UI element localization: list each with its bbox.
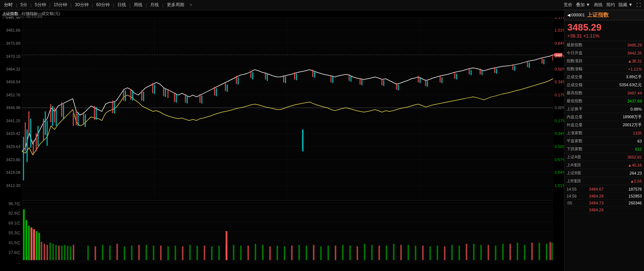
- btn-yincang[interactable]: 隐藏 ▼: [617, 1, 635, 9]
- toolbar: 分时 | 5分 | 5分钟 | 15分钟 | 30分钟 | 60分钟 | 日线 …: [0, 0, 644, 10]
- info-label: 指数涨幅: [564, 65, 599, 73]
- period-more[interactable]: 更多周期: [164, 1, 187, 9]
- info-value: ▲38.31: [599, 57, 644, 65]
- tick-time: :05: [564, 200, 587, 207]
- svg-rect-207: [153, 246, 154, 260]
- period-5min[interactable]: 5分钟: [32, 1, 49, 9]
- info-value: 612: [599, 145, 644, 153]
- svg-rect-168: [44, 244, 45, 260]
- svg-rect-81: [349, 75, 350, 81]
- svg-rect-234: [451, 245, 453, 260]
- svg-rect-119: [227, 84, 228, 92]
- svg-rect-109: [114, 102, 115, 113]
- svg-rect-169: [47, 245, 48, 260]
- svg-rect-243: [546, 244, 547, 260]
- svg-rect-241: [524, 245, 526, 260]
- tick-time: 14:56: [564, 193, 587, 200]
- svg-rect-127: [350, 76, 351, 82]
- info-value: 3442.35: [599, 49, 644, 57]
- period-15min[interactable]: 15分钟: [51, 1, 70, 9]
- info-label: 下跌家数: [564, 145, 599, 153]
- svg-rect-224: [342, 245, 343, 260]
- svg-rect-239: [502, 244, 504, 260]
- period-monthly[interactable]: 月线: [148, 1, 161, 9]
- svg-rect-120: [238, 77, 239, 85]
- svg-rect-182: [313, 245, 314, 260]
- svg-text:3441.20: 3441.20: [6, 119, 20, 123]
- svg-rect-82: [359, 78, 361, 85]
- subtitle-indicator: 行情指标: [22, 11, 38, 16]
- svg-rect-219: [284, 246, 285, 260]
- svg-rect-56: [43, 119, 44, 140]
- tick-time: 14:55: [564, 186, 587, 193]
- svg-rect-67: [152, 83, 153, 93]
- chart-canvas[interactable]: 3487.44 3481.66 3475.88 3470.10 3464.32 …: [0, 17, 564, 271]
- chart-subtitle: 上证指数 行情指标 成交额(元): [0, 10, 564, 17]
- svg-rect-190: [488, 245, 489, 260]
- period-30min[interactable]: 30分钟: [72, 1, 91, 9]
- svg-rect-115: [176, 94, 177, 103]
- svg-rect-132: [427, 81, 428, 87]
- svg-text:0.84%: 0.84%: [555, 170, 564, 175]
- btn-jingji[interactable]: 竞价: [562, 1, 574, 9]
- svg-rect-142: [47, 120, 48, 146]
- right-panel: ◀ 000001 上证指数 3485.29 +38.31 +1.11% 最新指数…: [564, 10, 644, 271]
- svg-rect-177: [204, 246, 205, 260]
- svg-rect-228: [386, 246, 387, 260]
- svg-rect-242: [539, 243, 540, 260]
- svg-rect-214: [233, 245, 234, 260]
- svg-rect-220: [298, 245, 300, 260]
- svg-rect-221: [306, 246, 307, 260]
- svg-rect-69: [174, 92, 175, 102]
- tick-price: 3484.67: [587, 186, 616, 193]
- period-fenshi[interactable]: 分时: [1, 1, 15, 9]
- svg-rect-200: [70, 246, 71, 260]
- btn-huaxian[interactable]: 画线: [592, 1, 604, 9]
- svg-rect-107: [85, 114, 86, 127]
- tick-table: 14:553484.6718757814:563484.29152853:053…: [564, 186, 644, 214]
- svg-rect-101: [37, 126, 39, 146]
- svg-rect-188: [444, 246, 446, 260]
- svg-rect-165: [36, 231, 37, 260]
- svg-rect-94: [542, 58, 543, 64]
- svg-rect-211: [197, 246, 198, 260]
- svg-rect-135: [471, 70, 472, 75]
- info-label: 上涨家数: [564, 129, 599, 137]
- info-value: +1.11%: [599, 65, 644, 73]
- svg-text:27.6亿: 27.6亿: [9, 250, 20, 255]
- svg-rect-130: [398, 84, 399, 90]
- svg-text:0.84%: 0.84%: [555, 41, 564, 45]
- info-label: 最高指数: [564, 89, 599, 97]
- svg-text:3418.08: 3418.08: [6, 170, 20, 175]
- btn-fullscreen[interactable]: ⛶: [635, 2, 643, 8]
- btn-diejia[interactable]: 叠加 ▼: [574, 1, 592, 9]
- svg-text:3452.76: 3452.76: [6, 93, 20, 97]
- info-value: 1335: [599, 129, 644, 137]
- svg-text:0.34%: 0.34%: [555, 131, 564, 136]
- btn-jianyue[interactable]: 简约: [604, 1, 617, 9]
- period-weekly[interactable]: 周线: [131, 1, 145, 9]
- info-value: 3485.29: [599, 41, 644, 49]
- main-container: 搜狐号@蜜桃酱 上证指数 行情指标 成交额(元): [0, 10, 644, 271]
- info-value: 3437.69: [599, 97, 644, 105]
- svg-rect-71: [200, 94, 201, 103]
- svg-rect-161: [25, 220, 27, 260]
- svg-rect-60: [76, 111, 77, 125]
- svg-rect-222: [320, 246, 322, 260]
- svg-rect-193: [550, 242, 551, 260]
- svg-rect-233: [437, 246, 438, 260]
- period-daily[interactable]: 日线: [115, 1, 129, 9]
- svg-rect-57: [50, 104, 51, 122]
- svg-rect-131: [419, 77, 420, 83]
- period-5fen[interactable]: 5分: [18, 1, 30, 9]
- svg-rect-102: [45, 111, 46, 135]
- svg-rect-90: [480, 69, 481, 75]
- info-label: 平盘家数: [564, 137, 599, 145]
- tick-price: 3484.29: [587, 207, 616, 214]
- period-60min[interactable]: 60分钟: [94, 1, 112, 9]
- svg-rect-194: [49, 243, 51, 260]
- tick-vol: 260346: [616, 200, 644, 207]
- svg-rect-215: [240, 246, 242, 260]
- svg-rect-128: [361, 80, 362, 85]
- subtitle-index: 上证指数: [2, 11, 18, 16]
